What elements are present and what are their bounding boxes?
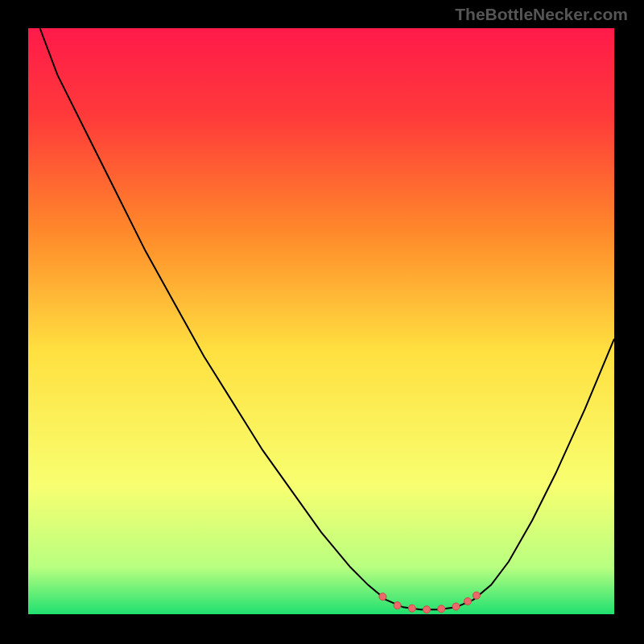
watermark-text: TheBottleNecker.com bbox=[455, 5, 628, 24]
chart-container: TheBottleNecker.com bbox=[0, 0, 644, 644]
marker-point bbox=[408, 605, 415, 612]
marker-point bbox=[379, 593, 386, 601]
marker-point bbox=[473, 592, 480, 599]
marker-point bbox=[438, 605, 445, 613]
chart-svg bbox=[0, 0, 644, 644]
marker-point bbox=[394, 602, 401, 609]
plot-background bbox=[28, 28, 614, 614]
marker-point bbox=[452, 603, 460, 610]
marker-point bbox=[423, 606, 431, 613]
marker-point bbox=[464, 598, 472, 605]
